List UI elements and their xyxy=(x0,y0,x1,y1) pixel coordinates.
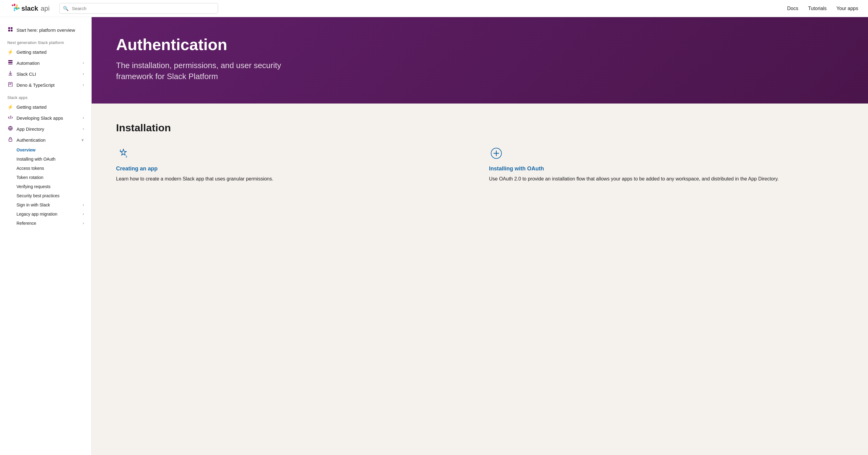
sidebar-item-getting-started-apps[interactable]: ⚡ Getting started xyxy=(0,102,91,112)
installation-cards-grid: Creating an app Learn how to create a mo… xyxy=(116,146,843,183)
svg-rect-2 xyxy=(8,30,10,31)
sidebar-subitem-security-best-practices-label: Security best practices xyxy=(17,193,60,198)
sidebar-item-slack-cli[interactable]: Slack CLI › xyxy=(0,68,91,79)
content-area: Installation Creating an app Learn how t… xyxy=(92,103,868,201)
slack-cli-chevron: › xyxy=(83,72,84,76)
sidebar-subitem-verifying-requests[interactable]: Verifying requests xyxy=(0,182,91,191)
hero-subtitle: The installation, permissions, and user … xyxy=(116,60,299,82)
sidebar-subitem-access-tokens[interactable]: Access tokens xyxy=(0,164,91,173)
sidebar-item-getting-started-apps-label: Getting started xyxy=(17,104,46,110)
hero-title: Authentication xyxy=(116,35,843,54)
page-header: slack api 🔍 Docs Tutorials Your apps xyxy=(0,0,868,17)
svg-rect-5 xyxy=(8,62,12,63)
developing-chevron: › xyxy=(83,116,84,120)
svg-rect-10 xyxy=(9,139,12,141)
creating-an-app-link[interactable]: Creating an app xyxy=(116,165,471,172)
sidebar-section-apps-label: Slack apps xyxy=(0,90,91,102)
sidebar-subitem-sign-in-with-slack-label: Sign in with Slack xyxy=(17,202,50,207)
sidebar-subitem-legacy-app-migration[interactable]: Legacy app migration › xyxy=(0,209,91,219)
grid-icon xyxy=(7,27,13,33)
sidebar-item-authentication[interactable]: Authentication ∨ xyxy=(0,134,91,145)
logo-link[interactable]: slack api xyxy=(10,4,50,13)
sidebar-item-getting-started-ng[interactable]: ⚡ Getting started xyxy=(0,47,91,57)
sidebar-item-deno-typescript-label: Deno & TypeScript xyxy=(17,83,55,88)
nav-docs[interactable]: Docs xyxy=(787,6,798,11)
deno-icon xyxy=(7,82,13,88)
zap-icon-apps: ⚡ xyxy=(7,104,13,110)
sidebar-item-authentication-label: Authentication xyxy=(17,137,45,142)
sidebar-subitem-security-best-practices[interactable]: Security best practices xyxy=(0,191,91,200)
developing-icon xyxy=(7,115,13,121)
slack-cli-icon xyxy=(7,71,13,77)
app-directory-chevron: › xyxy=(83,127,84,131)
deno-chevron: › xyxy=(83,83,84,87)
sidebar-subitem-installing-with-oauth[interactable]: Installing with OAuth xyxy=(0,155,91,164)
search-bar: 🔍 xyxy=(59,3,218,14)
sidebar-item-developing-slack-apps-label: Developing Slack apps xyxy=(17,116,63,121)
sidebar: Start here: platform overview Next gener… xyxy=(0,17,92,455)
sidebar-subitem-reference[interactable]: Reference › xyxy=(0,219,91,228)
logo-api-text: api xyxy=(41,5,50,12)
installing-with-oauth-description: Use OAuth 2.0 to provide an installation… xyxy=(489,175,843,183)
main-content: Authentication The installation, permiss… xyxy=(92,17,868,455)
automation-icon xyxy=(7,60,13,66)
sidebar-subitem-token-rotation[interactable]: Token rotation xyxy=(0,173,91,182)
sidebar-subitem-sign-in-with-slack[interactable]: Sign in with Slack › xyxy=(0,200,91,209)
plus-circle-icon xyxy=(489,146,504,161)
svg-rect-6 xyxy=(8,64,12,64)
sidebar-subitem-overview[interactable]: Overview xyxy=(0,145,91,155)
globe-icon xyxy=(7,126,13,132)
sidebar-item-automation[interactable]: Automation › xyxy=(0,57,91,68)
reference-chevron: › xyxy=(83,221,84,225)
svg-rect-1 xyxy=(11,27,12,29)
card-creating-an-app: Creating an app Learn how to create a mo… xyxy=(116,146,471,183)
sidebar-item-app-directory-label: App Directory xyxy=(17,126,44,132)
search-input[interactable] xyxy=(59,3,218,14)
sidebar-item-automation-label: Automation xyxy=(17,61,40,66)
sidebar-item-platform-overview[interactable]: Start here: platform overview xyxy=(0,25,91,35)
installation-section-title: Installation xyxy=(116,122,843,134)
sidebar-section-ng-label: Next generation Slack platform xyxy=(0,35,91,47)
creating-an-app-description: Learn how to create a modern Slack app t… xyxy=(116,175,471,183)
lock-icon xyxy=(7,137,13,143)
sidebar-subitem-access-tokens-label: Access tokens xyxy=(17,166,44,171)
card-installing-with-oauth: Installing with OAuth Use OAuth 2.0 to p… xyxy=(489,146,843,183)
slack-logo-icon xyxy=(10,4,20,13)
page-layout: Start here: platform overview Next gener… xyxy=(0,17,868,455)
sign-in-chevron: › xyxy=(83,203,84,207)
sidebar-subitem-overview-label: Overview xyxy=(17,148,35,152)
sidebar-item-deno-typescript[interactable]: Deno & TypeScript › xyxy=(0,79,91,90)
sidebar-subitem-legacy-app-migration-label: Legacy app migration xyxy=(17,212,57,217)
logo-slack-text: slack xyxy=(21,5,38,12)
sidebar-item-developing-slack-apps[interactable]: Developing Slack apps › xyxy=(0,112,91,123)
sidebar-subitem-token-rotation-label: Token rotation xyxy=(17,175,43,180)
zap-icon-ng: ⚡ xyxy=(7,49,13,55)
nav-tutorials[interactable]: Tutorials xyxy=(808,6,827,11)
sidebar-item-platform-overview-label: Start here: platform overview xyxy=(17,28,75,33)
header-nav: Docs Tutorials Your apps xyxy=(787,6,858,11)
sidebar-subitem-reference-label: Reference xyxy=(17,221,36,226)
svg-rect-0 xyxy=(8,27,10,29)
installing-with-oauth-link[interactable]: Installing with OAuth xyxy=(489,165,843,172)
svg-rect-7 xyxy=(8,75,12,75)
sidebar-item-slack-cli-label: Slack CLI xyxy=(17,71,36,77)
automation-chevron: › xyxy=(83,61,84,65)
sidebar-item-app-directory[interactable]: App Directory › xyxy=(0,123,91,134)
search-icon: 🔍 xyxy=(63,6,69,11)
nav-your-apps[interactable]: Your apps xyxy=(837,6,858,11)
sidebar-item-getting-started-ng-label: Getting started xyxy=(17,50,46,55)
sidebar-subitem-verifying-requests-label: Verifying requests xyxy=(17,184,51,189)
hero-banner: Authentication The installation, permiss… xyxy=(92,17,868,103)
legacy-chevron: › xyxy=(83,212,84,216)
svg-rect-4 xyxy=(8,60,12,61)
authentication-chevron: ∨ xyxy=(81,138,84,142)
sparkles-icon xyxy=(116,146,131,161)
svg-rect-3 xyxy=(11,30,12,31)
sidebar-subitem-installing-oauth-label: Installing with OAuth xyxy=(17,157,56,162)
